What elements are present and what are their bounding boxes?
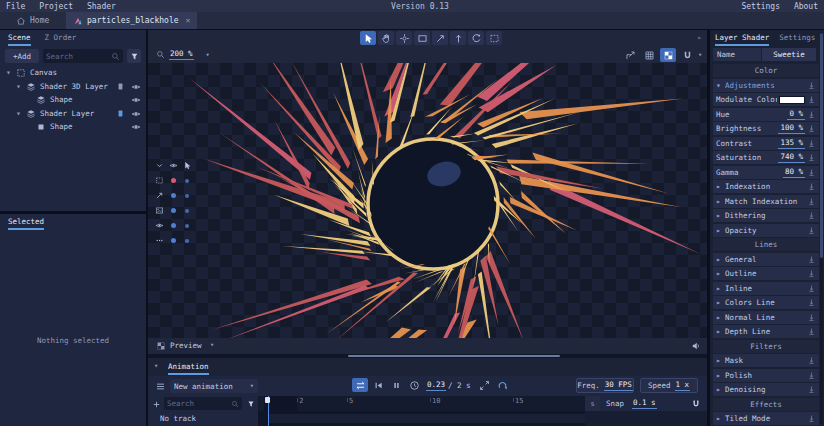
- time-button[interactable]: [406, 378, 422, 392]
- caret-icon[interactable]: ▾: [16, 107, 21, 120]
- layer-color-dot[interactable]: [166, 173, 180, 188]
- snap-magnet-dropdown-icon[interactable]: ▾: [698, 51, 702, 59]
- group-indexation[interactable]: ▸Indexation: [713, 180, 819, 193]
- layer-color-dot[interactable]: [180, 173, 194, 188]
- snap-magnet-icon[interactable]: [691, 399, 701, 409]
- tab-settings[interactable]: Settings: [779, 33, 815, 46]
- reset-icon[interactable]: [807, 139, 816, 148]
- menu-project[interactable]: Project: [39, 2, 73, 11]
- timeline-ruler[interactable]: 251015: [258, 396, 585, 411]
- property-value[interactable]: 135 %: [778, 138, 805, 149]
- layer-color-dot[interactable]: [180, 233, 194, 248]
- snap-magnet-button[interactable]: [679, 48, 695, 62]
- property-value[interactable]: 80 %: [783, 167, 805, 178]
- preview-dropdown-icon[interactable]: ▾: [210, 341, 214, 349]
- group-inline[interactable]: ▸Inline: [713, 282, 819, 295]
- track-lane[interactable]: [258, 411, 585, 426]
- animation-select[interactable]: New animation ▾: [170, 379, 258, 393]
- reset-icon[interactable]: [807, 371, 816, 380]
- add-track-button[interactable]: [150, 397, 162, 411]
- layer-color-dot[interactable]: [166, 233, 180, 248]
- layer-color-dot[interactable]: [180, 188, 194, 203]
- group-opacity[interactable]: ▸Opacity: [713, 224, 819, 237]
- visibility-eye-icon[interactable]: [131, 95, 141, 105]
- skew-icon[interactable]: [152, 188, 166, 203]
- group-dithering[interactable]: ▸Dithering: [713, 209, 819, 222]
- track-search-input[interactable]: [167, 399, 229, 408]
- reset-icon[interactable]: [807, 298, 816, 307]
- translate-up-tool-button[interactable]: [450, 31, 466, 45]
- group-mask[interactable]: ▸Mask: [713, 354, 819, 367]
- reset-icon[interactable]: [807, 255, 816, 264]
- cursor-icon[interactable]: [180, 158, 194, 173]
- visibility-eye-icon[interactable]: [131, 122, 141, 132]
- reset-icon[interactable]: [807, 211, 816, 220]
- track-search-field[interactable]: [164, 397, 242, 410]
- menu-file[interactable]: File: [6, 2, 25, 11]
- property-contrast[interactable]: Contrast135 %: [713, 137, 819, 150]
- layer-row-shape[interactable]: Shape: [0, 93, 146, 106]
- tab-animation[interactable]: Animation: [168, 362, 209, 375]
- zoom-value[interactable]: 200 %: [169, 49, 194, 60]
- close-icon[interactable]: ✕: [186, 16, 191, 25]
- snap-value[interactable]: 0.1 s: [632, 398, 657, 409]
- property-value[interactable]: 740 %: [778, 152, 805, 163]
- menu-settings[interactable]: Settings: [741, 2, 780, 11]
- reset-icon[interactable]: [807, 313, 816, 322]
- transparent-background-button[interactable]: [660, 48, 676, 62]
- group-match-indexation[interactable]: ▸Match Indexation: [713, 195, 819, 208]
- group-adjustments[interactable]: ▾Adjustments: [713, 79, 819, 92]
- marquee-icon[interactable]: [152, 173, 166, 188]
- loop-button[interactable]: [495, 378, 511, 392]
- reset-icon[interactable]: [807, 81, 816, 90]
- caret-icon[interactable]: ▾: [16, 80, 21, 93]
- group-outline[interactable]: ▸Outline: [713, 267, 819, 280]
- toolbar-more-icon[interactable]: ▸: [697, 33, 702, 42]
- tab-layer-shader[interactable]: Layer Shader: [715, 33, 769, 46]
- viewport-canvas[interactable]: [148, 63, 707, 338]
- eye-icon[interactable]: [166, 158, 180, 173]
- speed-value[interactable]: 1 x: [675, 380, 691, 391]
- tab-document[interactable]: particles_blackhole ✕: [66, 12, 197, 29]
- reset-icon[interactable]: [807, 269, 816, 278]
- reset-icon[interactable]: [807, 327, 816, 336]
- reset-icon[interactable]: [807, 226, 816, 235]
- group-denoising[interactable]: ▸Denoising: [713, 383, 819, 396]
- visibility-eye-icon[interactable]: [131, 82, 141, 92]
- layer-color-dot[interactable]: [180, 203, 194, 218]
- duration-label[interactable]: / 2 s: [448, 381, 471, 390]
- eye-icon[interactable]: [152, 218, 166, 233]
- caret-icon[interactable]: ▾: [6, 66, 11, 79]
- marquee-tool-button[interactable]: [486, 31, 502, 45]
- reset-icon[interactable]: [807, 95, 816, 104]
- speed-button[interactable]: Speed 1 x: [640, 378, 698, 393]
- solo-badge-icon[interactable]: [116, 82, 125, 91]
- tab-home[interactable]: Home: [8, 12, 57, 29]
- playhead-flag[interactable]: [265, 397, 270, 403]
- pixel-grid-button[interactable]: [641, 48, 657, 62]
- layer-row-shader-3d-layer[interactable]: ▾Shader 3D Layer: [0, 80, 146, 93]
- crop-button[interactable]: [622, 48, 638, 62]
- reset-icon[interactable]: [807, 414, 816, 423]
- skew-tool-button[interactable]: [432, 31, 448, 45]
- color-swatch[interactable]: [779, 96, 805, 104]
- frequency-value[interactable]: 30 FPS: [604, 380, 633, 391]
- select-tool-button[interactable]: [360, 31, 376, 45]
- reset-icon[interactable]: [807, 110, 816, 119]
- group-polish[interactable]: ▸Polish: [713, 369, 819, 382]
- tab-selected[interactable]: Selected: [8, 217, 44, 230]
- layer-color-dot[interactable]: [166, 188, 180, 203]
- layer-row-canvas[interactable]: ▾Canvas: [0, 66, 146, 79]
- chevdown-icon[interactable]: [152, 158, 166, 173]
- animation-menu-button[interactable]: [152, 379, 168, 393]
- rect-tool-button[interactable]: [414, 31, 430, 45]
- fit-timeline-button[interactable]: [477, 378, 493, 392]
- solo-badge-icon[interactable]: [116, 109, 125, 118]
- property-value[interactable]: 100 %: [778, 123, 805, 134]
- inspector-scrollbar[interactable]: [820, 33, 823, 258]
- layer-color-dot[interactable]: [166, 203, 180, 218]
- reset-icon[interactable]: [807, 197, 816, 206]
- reset-icon[interactable]: [807, 356, 816, 365]
- property-brightness[interactable]: Brightness100 %: [713, 122, 819, 135]
- pause-button[interactable]: [388, 378, 404, 392]
